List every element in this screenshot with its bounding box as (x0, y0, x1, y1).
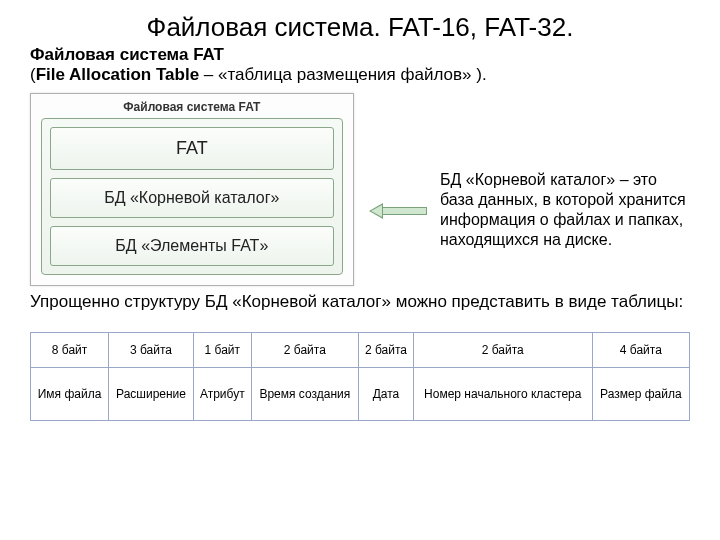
label-cell: Дата (359, 368, 414, 421)
diagram-outer-box: FAT БД «Корневой каталог» БД «Элементы F… (41, 118, 343, 275)
slide-subtitle: Файловая система FAT (File Allocation Ta… (30, 45, 690, 85)
fat-diagram: Файловая система FAT FAT БД «Корневой ка… (30, 93, 354, 286)
subtitle-tail: – «таблица размещения файлов» ). (199, 65, 487, 84)
label-cell: Размер файла (592, 368, 689, 421)
size-cell: 2 байта (413, 333, 592, 368)
diagram-box-root: БД «Корневой каталог» (50, 178, 334, 218)
table-row: 8 байт 3 байта 1 байт 2 байта 2 байта 2 … (31, 333, 690, 368)
label-cell: Атрибут (193, 368, 251, 421)
diagram-box-fat: FAT (50, 127, 334, 170)
root-catalog-table: 8 байт 3 байта 1 байт 2 байта 2 байта 2 … (30, 332, 690, 421)
root-catalog-note: БД «Корневой каталог» – это база данных,… (440, 170, 690, 250)
subtitle-bold: Файловая система FAT (30, 45, 224, 64)
size-cell: 8 байт (31, 333, 109, 368)
table-row: Имя файла Расширение Атрибут Время созда… (31, 368, 690, 421)
left-arrow-icon (369, 203, 425, 217)
size-cell: 1 байт (193, 333, 251, 368)
label-cell: Имя файла (31, 368, 109, 421)
subtitle-term: File Allocation Table (36, 65, 199, 84)
diagram-caption: Файловая система FAT (41, 100, 343, 114)
slide-title: Файловая система. FAT-16, FAT-32. (30, 12, 690, 43)
size-cell: 4 байта (592, 333, 689, 368)
label-cell: Номер начального кластера (413, 368, 592, 421)
diagram-box-elements: БД «Элементы FAT» (50, 226, 334, 266)
table-intro: Упрощенно структуру БД «Корневой каталог… (30, 292, 690, 312)
arrow-wrapper (368, 203, 426, 217)
label-cell: Расширение (109, 368, 194, 421)
label-cell: Время создания (251, 368, 358, 421)
size-cell: 2 байта (359, 333, 414, 368)
size-cell: 3 байта (109, 333, 194, 368)
size-cell: 2 байта (251, 333, 358, 368)
